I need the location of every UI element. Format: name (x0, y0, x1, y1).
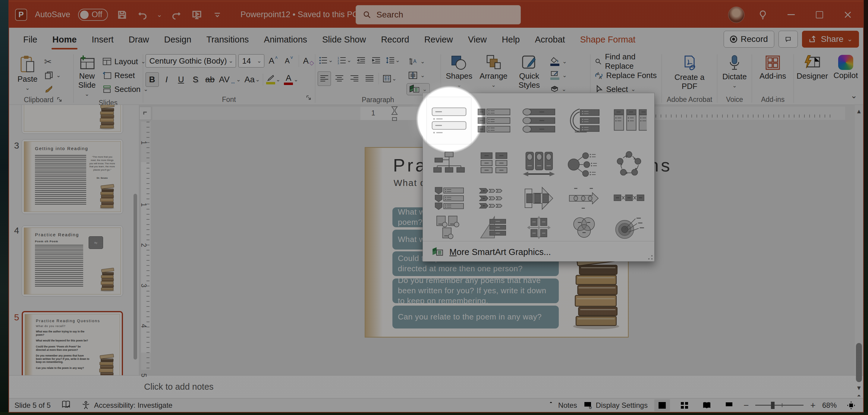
line-spacing-button[interactable]: ⌄ (384, 53, 401, 67)
smartart-stacked-list-icon[interactable] (561, 97, 607, 145)
document-title[interactable]: Powerpoint12 • Saved to this PC⌄ (241, 10, 367, 19)
smartart-opposing-arrows-icon[interactable] (517, 184, 561, 213)
change-case-button[interactable]: Aa⌄ (243, 72, 261, 87)
display-settings-button[interactable]: ⚙ Display Settings (584, 401, 648, 410)
tab-acrobat[interactable]: Acrobat (527, 28, 572, 51)
align-text-button[interactable]: ⌄ (407, 69, 430, 82)
align-center-button[interactable] (333, 71, 346, 86)
tab-shape-format[interactable]: Shape Format (572, 28, 643, 51)
dictate-button[interactable]: Dictate⌄ (720, 53, 749, 91)
powerpoint-app-icon[interactable]: P (15, 9, 27, 21)
share-button[interactable]: Share ⌄ (802, 31, 859, 47)
tab-review[interactable]: Review (417, 28, 461, 51)
smartart-linked-process-icon[interactable] (607, 184, 651, 213)
tab-transitions[interactable]: Transitions (199, 28, 256, 51)
arrange-button[interactable]: Arrange⌄ (477, 53, 510, 90)
cut-button[interactable]: ✂ (42, 56, 63, 67)
scroll-down-icon[interactable]: ▼ (855, 384, 863, 392)
comments-button[interactable] (778, 31, 798, 47)
text-highlight-button[interactable]: ⌄ (265, 72, 281, 87)
smartart-vertical-box-list-icon[interactable] (471, 97, 516, 145)
smartart-circle-timeline-icon[interactable] (561, 184, 607, 213)
thumbnail-slide-5[interactable]: Practice Reading Questions What do you r… (22, 311, 123, 375)
layout-button[interactable]: Layout⌄ (101, 56, 150, 67)
tab-help[interactable]: Help (494, 28, 527, 51)
paste-button[interactable]: Paste ⌄ (15, 53, 40, 93)
replace-fonts-button[interactable]: AA Replace Fonts (593, 69, 659, 82)
bullets-button[interactable]: ⌄ (318, 53, 334, 67)
close-button[interactable] (835, 2, 861, 27)
shadow-button[interactable]: S (189, 72, 202, 87)
thumbnail-scrollbar[interactable] (133, 194, 137, 359)
zoom-out-icon[interactable]: − (744, 400, 749, 411)
smartart-organization-chart-icon[interactable] (427, 145, 471, 184)
shape-fill-button[interactable]: ⌄ (549, 56, 569, 67)
scrollbar-thumb[interactable] (856, 343, 862, 382)
main-scrollbar[interactable]: ▲ ▼ ⏶ ⏷ (854, 105, 863, 375)
align-left-button[interactable] (318, 71, 331, 86)
thumbnail-slide-2[interactable]: considered literate at the time of their… (22, 105, 123, 134)
reset-button[interactable]: Reset (101, 69, 150, 82)
slide-indicator[interactable]: Slide 5 of 5 (14, 401, 51, 410)
align-right-button[interactable] (348, 71, 361, 86)
new-slide-button[interactable]: New Slide ⌄ (76, 53, 98, 99)
increase-font-button[interactable]: A˄ (267, 54, 280, 68)
more-smartart-graphics-item[interactable]: More SmartArt Graphics... (423, 241, 654, 257)
font-color-button[interactable]: A ⌄ (283, 72, 299, 87)
slide-sorter-view-button[interactable] (677, 399, 692, 411)
clear-formatting-button[interactable]: A◇ (302, 54, 315, 68)
smartart-counterbalance-arrows-icon[interactable] (517, 145, 561, 184)
question-box-4[interactable]: Do you remember any poems that have been… (393, 279, 559, 303)
smartart-grouped-list-icon[interactable] (607, 97, 651, 145)
text-direction-button[interactable]: A⌄ (407, 56, 430, 67)
thumbnail-slide-3[interactable]: Getting into Reading “The more that you … (22, 139, 123, 214)
question-box-5[interactable]: Can you relate to the poem in any way? (393, 306, 559, 328)
tab-home[interactable]: Home (45, 28, 84, 51)
smartart-radial-list-icon[interactable] (561, 145, 607, 184)
customize-toolbar-icon[interactable] (211, 8, 224, 21)
smartart-vertical-chevron-list-icon[interactable] (427, 184, 471, 213)
accessibility-status[interactable]: Accessibility: Investigate (82, 401, 173, 410)
redo-icon[interactable] (170, 8, 183, 21)
smartart-chevron-process-icon[interactable] (471, 184, 516, 213)
designer-button[interactable]: Designer (794, 53, 830, 83)
justify-button[interactable] (363, 71, 376, 86)
tab-view[interactable]: View (461, 28, 494, 51)
shapes-button[interactable]: Shapes⌄ (443, 53, 475, 90)
zoom-slider-handle[interactable] (771, 402, 775, 409)
tab-animations[interactable]: Animations (256, 28, 315, 51)
indent-marker-icon[interactable] (391, 106, 398, 122)
smartart-matrix-icon[interactable] (517, 213, 561, 243)
zoom-level[interactable]: 68% (822, 401, 837, 410)
shape-outline-button[interactable]: ⌄ (549, 69, 569, 82)
increase-indent-button[interactable] (370, 53, 383, 67)
proofing-icon[interactable] (61, 400, 70, 411)
smartart-basic-cycle-icon[interactable] (607, 145, 651, 184)
character-spacing-button[interactable]: AV↔⌄ (218, 72, 242, 87)
section-button[interactable]: Section⌄ (101, 83, 150, 95)
reading-view-button[interactable] (699, 399, 715, 411)
tab-record[interactable]: Record (373, 28, 417, 51)
columns-button[interactable]: ⌄ (381, 71, 398, 86)
font-name-select[interactable]: Century Gothic (Body)⌄ (146, 54, 236, 67)
bold-button[interactable]: B (146, 72, 159, 87)
smartart-vertical-bullet-list-icon[interactable] (427, 97, 471, 145)
quick-styles-button[interactable]: Quick Styles⌄ (513, 53, 546, 99)
smartart-titled-list-icon[interactable] (471, 145, 516, 184)
create-pdf-button[interactable]: Create a PDF (667, 53, 712, 93)
undo-dropdown-icon[interactable]: ⌄ (157, 11, 162, 19)
undo-icon[interactable] (136, 8, 149, 21)
numbering-button[interactable]: 123⌄ (336, 53, 352, 67)
maximize-button[interactable] (807, 2, 832, 27)
smartart-vertical-circle-list-icon[interactable] (517, 97, 561, 145)
zoom-in-icon[interactable]: + (810, 400, 815, 411)
smartart-nested-target-icon[interactable] (607, 213, 651, 243)
tab-slide-show[interactable]: Slide Show (315, 28, 373, 51)
autosave-toggle[interactable]: Off (78, 9, 108, 21)
strikethrough-button[interactable]: ab (204, 72, 217, 87)
normal-view-button[interactable] (654, 399, 670, 411)
clipboard-dialog-launcher[interactable] (57, 96, 62, 104)
minimize-button[interactable] (778, 2, 804, 27)
tab-insert[interactable]: Insert (84, 28, 121, 51)
font-dialog-launcher[interactable] (306, 94, 311, 102)
